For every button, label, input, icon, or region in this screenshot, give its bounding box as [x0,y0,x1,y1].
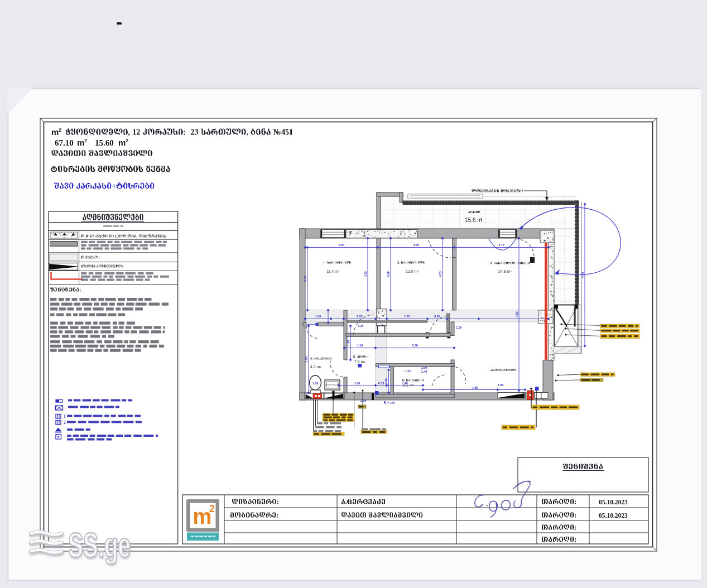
svg-text:0.90: 0.90 [384,378,388,384]
svg-text:5.20: 5.20 [412,344,418,347]
svg-text:m: m [118,138,126,147]
svg-text:11.4 m²: 11.4 m² [326,269,340,273]
svg-text:1.00: 1.00 [354,382,360,385]
svg-text:24.8 m²: 24.8 m² [498,269,512,273]
svg-text:3.1 m²: 3.1 m² [403,383,415,387]
svg-text:1.52: 1.52 [405,369,411,373]
svg-text:05.10.2023: 05.10.2023 [599,499,628,505]
svg-text:1.00: 1.00 [315,315,321,318]
svg-text:3.70: 3.70 [498,243,504,247]
svg-text:15.6 m: 15.6 m [465,217,482,223]
svg-text:2.20: 2.20 [358,324,364,327]
svg-text:3.70: 3.70 [304,276,307,282]
svg-text:4.35: 4.35 [439,271,442,277]
svg-text:2: 2 [59,127,61,133]
svg-text:2.00: 2.00 [421,366,427,369]
svg-text:4.70: 4.70 [387,271,390,277]
svg-text:1.20: 1.20 [357,344,363,347]
svg-text:4.35: 4.35 [364,271,367,277]
svg-text:15.60: 15.60 [95,138,114,147]
svg-text:m: m [51,127,59,137]
svg-text:1.00: 1.00 [347,340,350,346]
svg-text:0.90: 0.90 [434,315,440,318]
svg-text:4.3 m²: 4.3 m² [310,365,322,369]
svg-text:1.75: 1.75 [404,315,410,318]
svg-text:2.20: 2.20 [456,326,462,329]
svg-text:67.10: 67.10 [55,138,74,147]
svg-text:4.40: 4.40 [581,272,584,278]
svg-text:2.20: 2.20 [360,399,367,402]
svg-text:2.95: 2.95 [339,243,345,247]
svg-text:1.95: 1.95 [305,356,308,363]
svg-text:m: m [77,138,84,147]
svg-text:0.95: 0.95 [357,315,363,318]
svg-text:1.80: 1.80 [472,386,478,389]
svg-text:7.5 m²: 7.5 m² [354,360,366,364]
svg-text:3.00: 3.00 [413,243,419,247]
svg-text:2: 2 [64,420,66,425]
svg-text:4.85: 4.85 [515,311,518,317]
svg-text:12.0 m²: 12.0 m² [406,269,419,273]
svg-text:1: 1 [64,414,66,419]
svg-text:2: 2 [209,503,215,514]
svg-text:05.10.2023: 05.10.2023 [599,512,628,519]
svg-text:2: 2 [126,138,128,143]
svg-text:0.75: 0.75 [378,382,384,385]
svg-text:2.40: 2.40 [421,370,427,373]
svg-text:+1.80: +1.80 [387,401,395,404]
svg-text:2: 2 [84,138,87,143]
svg-text:1.10: 1.10 [312,382,319,385]
svg-text:3.90: 3.90 [498,383,504,387]
